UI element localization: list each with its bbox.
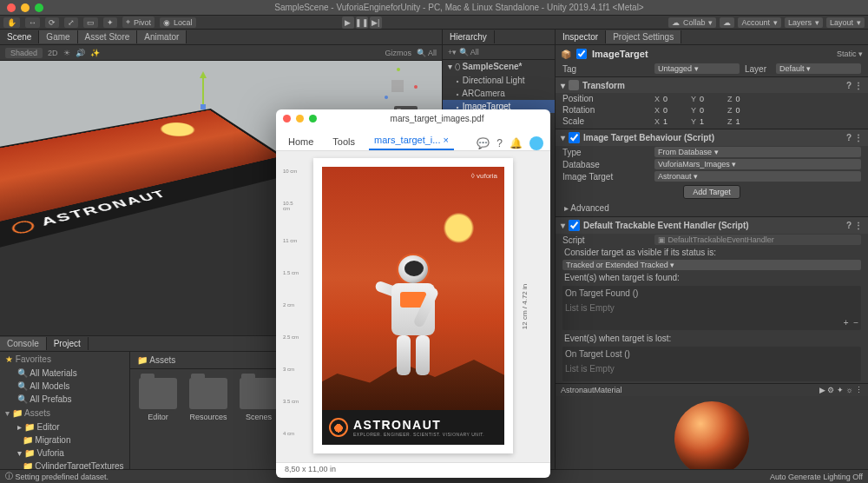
advanced-foldout[interactable]: ▸ Advanced: [556, 202, 868, 215]
avatar[interactable]: [529, 136, 543, 150]
obj-light[interactable]: ⬩ Directional Light: [443, 74, 555, 87]
component-menu[interactable]: ? ⋮: [846, 81, 863, 90]
folder-resources[interactable]: Resources: [189, 378, 227, 421]
pdf-window[interactable]: mars_target_images.pdf Home Tools mars_t…: [276, 109, 550, 478]
scene-root[interactable]: ▾ ⬯ SampleScene*: [443, 60, 555, 74]
shading-mode[interactable]: Shaded: [5, 48, 43, 58]
tab-scene[interactable]: Scene: [0, 30, 39, 43]
inspector-panel: 📦 ImageTarget Static ▾ Tag Untagged ▾ La…: [556, 45, 868, 469]
astronaut-figure: [374, 254, 452, 384]
folder-editor[interactable]: Editor: [139, 378, 177, 421]
light-icon[interactable]: ☀: [63, 49, 70, 57]
astronaut-icon: [329, 418, 348, 437]
fav-models[interactable]: 🔍 All Models: [0, 380, 129, 393]
app-title: SampleScene - VuforiaEngineforUnity - PC…: [50, 3, 868, 12]
tracked-status-field[interactable]: Tracked or Extended Tracked ▾: [562, 260, 861, 270]
static-dropdown[interactable]: Static ▾: [837, 50, 863, 58]
pdf-sheet: ◊ vuforia ASTRONAUTEXPLORER. ENGINEER. S…: [313, 158, 513, 453]
hierarchy-toolbar[interactable]: +▾ 🔍 All: [443, 45, 555, 60]
play-button[interactable]: ▶: [342, 17, 354, 29]
fx-icon[interactable]: ✨: [90, 49, 100, 57]
dimension-right: 12 cm / 4.72 in: [520, 284, 528, 329]
pdf-tab-file[interactable]: mars_target_i... ×: [369, 131, 454, 150]
layout-dropdown[interactable]: Layout▾: [826, 17, 865, 28]
object-name[interactable]: ImageTarget: [592, 49, 648, 59]
image-target-component: ▾Image Target Behaviour (Script)? ⋮ Type…: [556, 129, 868, 215]
on-lost-event[interactable]: On Target Lost ()List is Empty: [562, 347, 861, 381]
on-found-event[interactable]: On Target Found ()List is Empty+ −: [562, 286, 861, 330]
window-titlebar: SampleScene - VuforiaEngineforUnity - PC…: [0, 0, 868, 16]
tree-vuforia[interactable]: ▾ 📁 Vuforia: [0, 447, 129, 460]
tab-asset-store[interactable]: Asset Store: [78, 30, 138, 43]
tab-console[interactable]: Console: [0, 337, 47, 350]
status-icon: ⓘ: [5, 471, 13, 482]
traffic-lights[interactable]: [0, 3, 50, 12]
active-checkbox[interactable]: [576, 49, 587, 59]
audio-icon[interactable]: 🔊: [76, 49, 85, 57]
type-field[interactable]: From Database ▾: [654, 147, 861, 157]
step-button[interactable]: ▶|: [370, 17, 382, 29]
tab-animator[interactable]: Animator: [137, 30, 187, 43]
tab-inspector[interactable]: Inspector: [556, 30, 606, 43]
collab-dropdown[interactable]: ☁Collab▾: [668, 17, 717, 28]
transform-handle[interactable]: [200, 71, 207, 109]
2d-toggle[interactable]: 2D: [48, 49, 58, 57]
lighting-status[interactable]: Auto Generate Lighting Off: [770, 473, 863, 481]
material-preview[interactable]: AstronautMaterial▶ ⚙ ✦ ☼ ⋮: [556, 383, 868, 469]
object-icon[interactable]: 📦: [561, 50, 571, 59]
orientation-gizmo[interactable]: [381, 69, 416, 104]
gizmos-dropdown[interactable]: Gizmos: [385, 49, 411, 57]
cloud-button[interactable]: ☁: [720, 17, 734, 28]
tab-project[interactable]: Project: [47, 337, 89, 350]
layer-field[interactable]: Default ▾: [776, 63, 861, 74]
pdf-tab-tools[interactable]: Tools: [327, 133, 360, 150]
pdf-footer: 8,50 x 11,00 in: [276, 462, 550, 478]
vuforia-logo: ◊ vuforia: [471, 172, 497, 180]
tab-game[interactable]: Game: [39, 30, 77, 43]
script-field: ▣ DefaultTrackableEventHandler: [654, 235, 861, 245]
status-message: Setting predefined dataset.: [16, 473, 109, 481]
tool-scale[interactable]: ⤢: [64, 17, 78, 28]
search-all[interactable]: 🔍 All: [417, 49, 437, 57]
comment-icon[interactable]: 💬: [477, 137, 490, 149]
fav-materials[interactable]: 🔍 All Materials: [0, 367, 129, 380]
scene-tabs: Scene Game Asset Store Animator: [0, 30, 442, 45]
database-field[interactable]: VuforiaMars_Images ▾: [654, 159, 861, 169]
tool-rotate[interactable]: ⟳: [45, 17, 59, 28]
tag-field[interactable]: Untagged ▾: [654, 63, 740, 74]
layers-dropdown[interactable]: Layers▾: [785, 17, 823, 28]
scene-toolbar: Shaded 2D ☀ 🔊 ✨ Gizmos 🔍 All: [0, 45, 442, 61]
help-icon[interactable]: ?: [496, 137, 503, 149]
project-tree[interactable]: ★ Favorites 🔍 All Materials 🔍 All Models…: [0, 352, 130, 469]
local-toggle[interactable]: ◉Local: [160, 17, 196, 28]
main-toolbar: ✋ ↔ ⟳ ⤢ ▭ ✦ ⌖Pivot ◉Local ▶ ❚❚ ▶| ☁Colla…: [0, 16, 868, 30]
tool-move[interactable]: ↔: [25, 17, 40, 28]
obj-arcamera[interactable]: ⬩ ARCamera: [443, 87, 555, 100]
target-field[interactable]: Astronaut ▾: [654, 171, 861, 182]
tree-migration[interactable]: 📁 Migration: [0, 433, 129, 447]
pdf-tab-home[interactable]: Home: [283, 133, 319, 150]
tab-hierarchy[interactable]: Hierarchy: [443, 30, 495, 43]
fav-prefabs[interactable]: 🔍 All Prefabs: [0, 393, 129, 406]
tool-hand[interactable]: ✋: [3, 17, 20, 28]
tree-cylinder[interactable]: 📁 CylinderTargetTextures: [0, 460, 129, 469]
add-target-button[interactable]: Add Target: [683, 185, 740, 199]
transform-component: ▾Transform? ⋮ PositionX0Y0Z0 RotationX0Y…: [556, 76, 868, 127]
tool-multi[interactable]: ✦: [103, 17, 117, 28]
tab-project-settings[interactable]: Project Settings: [606, 30, 681, 43]
transform-icon: [569, 80, 579, 90]
assets-node[interactable]: ▾ 📁 Assets: [0, 406, 129, 420]
pdf-traffic-lights[interactable]: [276, 115, 324, 122]
material-sphere: [674, 401, 749, 470]
folder-scenes[interactable]: Scenes: [240, 378, 278, 421]
pause-button[interactable]: ❚❚: [356, 17, 368, 29]
pdf-title: mars_target_images.pdf: [324, 114, 550, 123]
trackable-handler-component: ▾Default Trackable Event Handler (Script…: [556, 216, 868, 381]
pivot-toggle[interactable]: ⌖Pivot: [122, 17, 155, 28]
ruler-vertical: 10 cm10.5 cm11 cm1.5 cm2 cm2.5 cm3 cm3.5…: [283, 169, 300, 436]
pdf-page[interactable]: 10 cm10.5 cm11 cm1.5 cm2 cm2.5 cm3 cm3.5…: [276, 151, 550, 462]
account-dropdown[interactable]: Account▾: [738, 17, 781, 28]
tool-rect[interactable]: ▭: [83, 17, 98, 28]
bell-icon[interactable]: 🔔: [510, 137, 523, 149]
tree-editor[interactable]: ▸ 📁 Editor: [0, 420, 129, 433]
